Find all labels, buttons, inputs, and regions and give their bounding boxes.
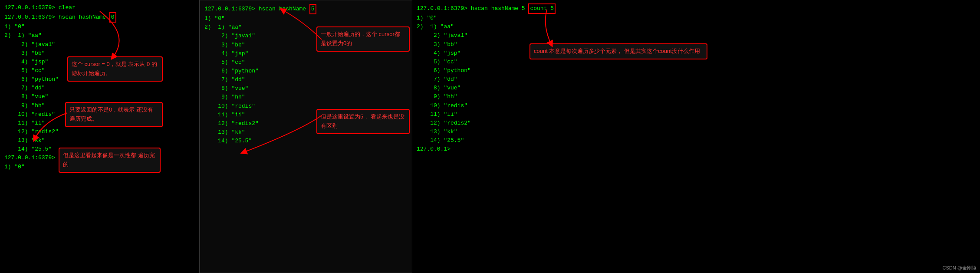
count-5-highlight: count 5 <box>528 3 556 14</box>
p3-10: 9) "hh" <box>417 92 976 101</box>
p2-6: 5) "cc" <box>204 58 408 67</box>
p1-r3: 2) "java1" <box>4 40 195 49</box>
annotation-cursor0: 这个 cursor = 0，就是 表示从 0 的游标开始遍历, <box>67 56 163 82</box>
p1-line-clear: 127.0.0.1:6379> clear <box>4 3 195 12</box>
p2-cursor: 1) "0" <box>204 14 408 23</box>
p1-line-hscan0: 127.0.0.1:6379> hscan hashName 0 <box>4 12 195 23</box>
p1-r8: 7) "dd" <box>4 84 195 92</box>
p3-line-hscan-count: 127.0.0.1:6379> hscan hashName 5 count 5 <box>417 3 976 14</box>
p1-r9: 8) "vue" <box>4 92 195 101</box>
p2-8: 7) "dd" <box>204 76 408 84</box>
p1-r13: 12) "redis2" <box>4 128 195 136</box>
p1-result-cursor: 1) "0" <box>4 23 195 31</box>
p3-last: 127.0.0.1> <box>417 145 976 154</box>
p2-7: 6) "python" <box>204 67 408 76</box>
p2-15: 14) "25.5" <box>204 137 408 145</box>
annotation-set-to-5: 但是这里设置为5， 看起来也是没有区别 <box>316 109 410 134</box>
p1-r14: 13) "kk" <box>4 136 195 145</box>
p3-15: 14) "25.5" <box>417 136 976 145</box>
annotation-all-done: 但是这里看起来像是一次性都 遍历完的 <box>59 148 161 173</box>
p3-11: 10) "redis" <box>417 102 976 110</box>
annotation-not-zero: 只要返回的不是0，就表示 还没有遍历完成。 <box>65 102 163 127</box>
p3-13: 12) "redis2" <box>417 119 976 128</box>
p3-14: 13) "kk" <box>417 128 976 136</box>
p3-12: 11) "ii" <box>417 110 976 119</box>
cursor-0-highlight: 0 <box>109 12 116 23</box>
p2-10: 9) "hh" <box>204 93 408 102</box>
watermark: CSDN @金刚陵 <box>943 265 977 271</box>
p3-2: 2) 1) "aa" <box>417 23 976 31</box>
p2-line-hscan5: 127.0.0.1:6379> hscan hashName 5 <box>204 4 408 14</box>
p3-8: 7) "dd" <box>417 75 976 84</box>
p3-7: 6) "python" <box>417 66 976 75</box>
p3-9: 8) "vue" <box>417 84 976 92</box>
panel-2: 127.0.0.1:6379> hscan hashName 5 1) "0" … <box>200 0 412 273</box>
p3-cursor: 1) "0" <box>417 14 976 23</box>
annotation-start-traverse: 一般开始遍历的，这个 cursor都是设置为0的 <box>316 26 410 52</box>
p2-9: 8) "vue" <box>204 84 408 93</box>
panel-3: 127.0.0.1:6379> hscan hashName 5 count 5… <box>412 0 980 273</box>
panel-1: 127.0.0.1:6379> clear 127.0.0.1:6379> hs… <box>0 0 200 273</box>
p1-result-2: 2) 1) "aa" <box>4 31 195 40</box>
annotation-count-meaning: count 本意是每次遍历多少个元素， 但是其实这个count没什么作用 <box>529 43 707 59</box>
main-layout: 127.0.0.1:6379> clear 127.0.0.1:6379> hs… <box>0 0 980 273</box>
cursor-5-highlight: 5 <box>309 4 316 14</box>
p3-3: 2) "java1" <box>417 31 976 40</box>
